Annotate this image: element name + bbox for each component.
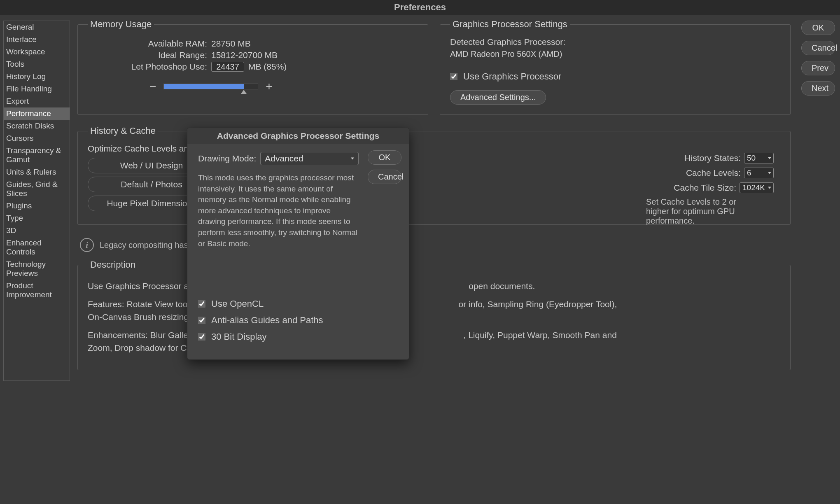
sidebar-item-type[interactable]: Type xyxy=(4,212,70,224)
desc-p2-mid: or info, Sampling Ring (Eyedropper Tool)… xyxy=(458,299,617,309)
minus-icon[interactable]: − xyxy=(149,81,156,92)
thirty-bit-checkbox[interactable] xyxy=(198,333,205,341)
memory-slider-handle[interactable] xyxy=(241,90,247,94)
use-gpu-checkbox[interactable] xyxy=(450,73,457,80)
sidebar-item-cursors[interactable]: Cursors xyxy=(4,132,70,145)
next-button[interactable]: Next xyxy=(801,81,835,96)
plus-icon[interactable]: + xyxy=(266,81,272,92)
sidebar-item-technology-previews[interactable]: Technology Previews xyxy=(4,258,70,280)
sidebar-item-units-rulers[interactable]: Units & Rulers xyxy=(4,166,70,178)
cancel-button[interactable]: Cancel xyxy=(801,41,835,55)
description-legend: Description xyxy=(88,259,138,270)
cache-levels-label: Cache Levels: xyxy=(686,168,741,178)
sidebar-item-export[interactable]: Export xyxy=(4,95,70,107)
sidebar-item-guides-grid-slices[interactable]: Guides, Grid & Slices xyxy=(4,178,70,200)
sidebar-item-plugins[interactable]: Plugins xyxy=(4,200,70,212)
let-use-label: Let Photoshop Use: xyxy=(88,62,207,72)
use-gpu-label: Use Graphics Processor xyxy=(463,71,561,82)
preferences-sidebar: General Interface Workspace Tools Histor… xyxy=(3,21,70,381)
ok-button[interactable]: OK xyxy=(801,21,835,35)
sidebar-item-3d[interactable]: 3D xyxy=(4,224,70,237)
prev-button[interactable]: Prev xyxy=(801,61,835,75)
sidebar-item-file-handling[interactable]: File Handling xyxy=(4,83,70,95)
drawing-mode-label: Drawing Mode: xyxy=(198,154,256,163)
cache-hint: Set Cache Levels to 2 or higher for opti… xyxy=(646,197,741,226)
drawing-mode-description: This mode uses the graphics processor mo… xyxy=(198,173,359,249)
advanced-settings-button[interactable]: Advanced Settings... xyxy=(450,90,546,105)
sidebar-item-transparency-gamut[interactable]: Transparency & Gamut xyxy=(4,145,70,166)
history-cache-panel: History & Cache Optimize Cache Levels an… xyxy=(77,126,791,225)
modal-title: Advanced Graphics Processor Settings xyxy=(187,128,409,144)
drawing-mode-select[interactable]: Advanced xyxy=(260,152,359,165)
desc-p3-mid: , Liquify, Puppet Warp, Smooth Pan and xyxy=(463,330,616,340)
cache-tile-label: Cache Tile Size: xyxy=(674,183,736,193)
detected-gpu-value: AMD Radeon Pro 560X (AMD) xyxy=(450,49,780,59)
modal-cancel-button[interactable]: Cancel xyxy=(368,170,401,184)
cache-levels-select[interactable]: 6 xyxy=(744,168,774,178)
history-cache-legend: History & Cache xyxy=(88,126,158,136)
info-icon: i xyxy=(80,238,94,252)
sidebar-item-interface[interactable]: Interface xyxy=(4,33,70,46)
window-title: Preferences xyxy=(0,0,840,15)
available-ram-label: Available RAM: xyxy=(88,39,207,49)
sidebar-item-history-log[interactable]: History Log xyxy=(4,70,70,83)
use-opencl-label: Use OpenCL xyxy=(211,299,264,309)
sidebar-item-general[interactable]: General xyxy=(4,21,70,33)
use-opencl-checkbox[interactable] xyxy=(198,300,205,308)
sidebar-item-workspace[interactable]: Workspace xyxy=(4,46,70,58)
memory-slider-fill xyxy=(164,84,244,89)
anti-alias-label: Anti-alias Guides and Paths xyxy=(211,315,323,326)
thirty-bit-label: 30 Bit Display xyxy=(211,331,267,342)
sidebar-item-tools[interactable]: Tools xyxy=(4,58,70,70)
available-ram-value: 28750 MB xyxy=(211,39,251,49)
history-states-select[interactable]: 50 xyxy=(744,153,774,163)
description-panel: Description Use Graphics Processor activ… xyxy=(77,259,791,370)
memory-use-suffix: MB (85%) xyxy=(248,62,287,72)
gpu-settings-panel: Graphics Processor Settings Detected Gra… xyxy=(440,19,791,115)
memory-usage-legend: Memory Usage xyxy=(88,19,154,30)
detected-gpu-label: Detected Graphics Processor: xyxy=(450,37,780,47)
modal-ok-button[interactable]: OK xyxy=(368,150,401,165)
memory-usage-panel: Memory Usage Available RAM:28750 MB Idea… xyxy=(77,19,428,115)
memory-slider[interactable] xyxy=(163,84,258,89)
sidebar-item-scratch-disks[interactable]: Scratch Disks xyxy=(4,120,70,132)
sidebar-item-enhanced-controls[interactable]: Enhanced Controls xyxy=(4,237,70,258)
advanced-gpu-modal: Advanced Graphics Processor Settings OK … xyxy=(187,128,409,360)
memory-use-input[interactable] xyxy=(211,62,244,72)
gpu-settings-legend: Graphics Processor Settings xyxy=(450,19,570,30)
history-states-label: History States: xyxy=(684,153,741,163)
ideal-range-value: 15812-20700 MB xyxy=(211,50,278,60)
sidebar-item-performance[interactable]: Performance xyxy=(4,107,70,120)
cache-tile-select[interactable]: 1024K xyxy=(740,182,774,193)
desc-p1-suffix: open documents. xyxy=(469,281,535,291)
sidebar-item-product-improvement[interactable]: Product Improvement xyxy=(4,280,70,301)
ideal-range-label: Ideal Range: xyxy=(88,50,207,60)
anti-alias-checkbox[interactable] xyxy=(198,317,205,324)
